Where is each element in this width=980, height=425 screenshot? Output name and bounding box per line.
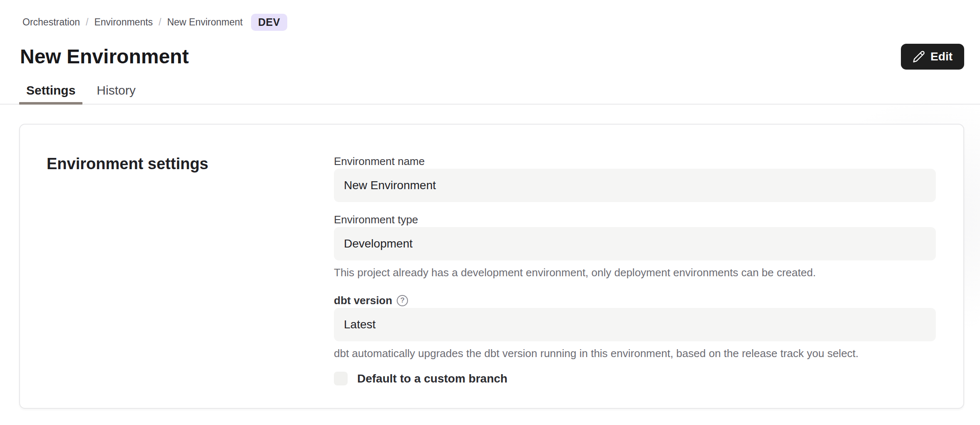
breadcrumb-separator: / xyxy=(86,17,88,28)
dev-badge: DEV xyxy=(251,14,287,31)
environment-type-helper: This project already has a development e… xyxy=(334,266,936,279)
breadcrumb-item-new-environment[interactable]: New Environment xyxy=(167,17,243,28)
environment-type-label: Environment type xyxy=(334,213,936,226)
tab-history[interactable]: History xyxy=(90,83,142,104)
field-environment-type: Environment type This project already ha… xyxy=(334,213,936,279)
field-dbt-version: dbt version ? dbt automatically upgrades… xyxy=(334,294,936,360)
dbt-version-input[interactable] xyxy=(334,308,936,341)
card-heading: Environment settings xyxy=(47,155,334,173)
edit-button-label: Edit xyxy=(930,50,953,63)
tab-settings[interactable]: Settings xyxy=(19,83,82,104)
edit-button[interactable]: Edit xyxy=(901,44,964,70)
environment-settings-card: Environment settings Environment name En… xyxy=(19,124,964,409)
environment-settings-form: Environment name Environment type This p… xyxy=(334,155,936,408)
custom-branch-checkbox[interactable] xyxy=(334,372,348,385)
environment-type-input[interactable] xyxy=(334,227,936,260)
question-circle-icon[interactable]: ? xyxy=(397,295,408,306)
custom-branch-label[interactable]: Default to a custom branch xyxy=(357,372,507,385)
pencil-icon xyxy=(913,50,925,63)
dbt-version-label: dbt version ? xyxy=(334,294,936,307)
environment-name-input[interactable] xyxy=(334,169,936,202)
breadcrumb-separator: / xyxy=(159,17,161,28)
page-title: New Environment xyxy=(19,43,189,70)
breadcrumb: Orchestration / Environments / New Envir… xyxy=(22,14,961,31)
breadcrumb-item-orchestration[interactable]: Orchestration xyxy=(22,17,80,28)
card-heading-column: Environment settings xyxy=(47,155,334,408)
dbt-version-helper: dbt automatically upgrades the dbt versi… xyxy=(334,347,936,360)
custom-branch-row: Default to a custom branch xyxy=(334,372,936,385)
page-header: New Environment Edit xyxy=(19,43,964,70)
tab-bar: Settings History xyxy=(0,83,980,105)
breadcrumb-item-environments[interactable]: Environments xyxy=(94,17,153,28)
environment-name-label: Environment name xyxy=(334,155,936,168)
field-environment-name: Environment name xyxy=(334,155,936,202)
